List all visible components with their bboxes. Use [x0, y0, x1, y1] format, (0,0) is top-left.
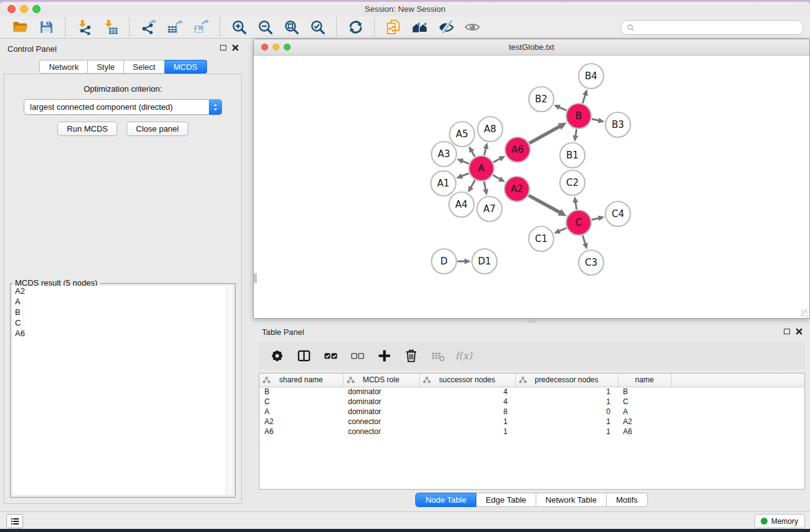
column-header-name[interactable]: name — [618, 374, 671, 387]
close-view-button[interactable] — [261, 44, 268, 51]
scrollbar-track[interactable] — [226, 286, 233, 495]
first-neighbors-icon[interactable] — [410, 19, 429, 36]
zoom-out-icon[interactable] — [256, 19, 274, 36]
graph-node-A6[interactable]: A6 — [505, 137, 530, 162]
graph-edge-B-B2[interactable] — [554, 105, 566, 110]
splitter-knob[interactable] — [254, 273, 257, 283]
graph-edge-B-B3[interactable] — [592, 118, 605, 123]
graph-node-A7[interactable]: A7 — [477, 196, 502, 221]
column-header-predecessor-nodes[interactable]: predecessor nodes — [515, 374, 618, 387]
graph-node-A1[interactable]: A1 — [431, 171, 456, 196]
graph-node-C3[interactable]: C3 — [579, 250, 604, 275]
tab-network-table[interactable]: Network Table — [536, 493, 607, 507]
zoom-selected-icon[interactable] — [308, 19, 327, 36]
optimization-criterion-select[interactable]: largest connected component (directed) — [24, 99, 222, 115]
graph-edge-C-C2[interactable] — [572, 196, 578, 210]
close-panel-button[interactable]: Close panel — [127, 122, 188, 136]
zoom-fit-icon[interactable] — [282, 19, 301, 36]
graph-edge-A-A4[interactable] — [468, 180, 475, 193]
close-table-panel-icon[interactable] — [796, 328, 803, 335]
close-window-button[interactable] — [7, 5, 16, 13]
float-panel-icon[interactable] — [220, 45, 226, 51]
close-panel-icon[interactable] — [232, 44, 239, 51]
task-history-button[interactable] — [6, 514, 23, 528]
graph-node-C2[interactable]: C2 — [560, 170, 585, 195]
graph-node-A5[interactable]: A5 — [450, 122, 475, 147]
resize-grip-icon[interactable] — [801, 309, 809, 317]
refresh-icon[interactable] — [346, 19, 365, 36]
zoom-window-button[interactable] — [32, 5, 41, 13]
column-header-mcds-role[interactable]: MCDS role — [343, 374, 419, 387]
graph-edge-A-A5[interactable] — [469, 146, 475, 157]
show-all-columns-icon[interactable] — [320, 345, 341, 366]
mcds-result-list[interactable]: A2ABCA6 — [12, 286, 233, 495]
new-network-from-selection-icon[interactable] — [384, 19, 403, 36]
delete-table-icon[interactable] — [427, 345, 448, 366]
tab-node-table[interactable]: Node Table — [415, 493, 476, 507]
show-all-icon[interactable] — [463, 19, 481, 36]
graph-node-D1[interactable]: D1 — [472, 249, 497, 274]
column-header-successor-nodes[interactable]: successor nodes — [419, 374, 515, 387]
search-box[interactable] — [620, 20, 804, 35]
table-row[interactable]: A6connector11A6 — [259, 427, 804, 437]
export-network-icon[interactable] — [139, 19, 158, 36]
graph-edge-A-A6[interactable] — [493, 156, 505, 162]
column-header-shared-name[interactable]: shared name — [259, 374, 343, 387]
search-input[interactable] — [638, 21, 803, 34]
graph-edge-D-D1[interactable] — [458, 259, 471, 264]
graph-edge-B-B1[interactable] — [573, 129, 579, 142]
graph-node-A2[interactable]: A2 — [504, 177, 529, 201]
graph-edge-A-A1[interactable] — [456, 173, 469, 179]
graph-node-A8[interactable]: A8 — [478, 117, 503, 142]
minimize-view-button[interactable] — [272, 44, 279, 51]
tab-network[interactable]: Network — [39, 60, 88, 74]
graph-node-C4[interactable]: C4 — [605, 201, 630, 226]
graph-edge-B-B4[interactable] — [582, 89, 588, 103]
graph-node-B1[interactable]: B1 — [560, 143, 585, 168]
hide-selected-icon[interactable] — [436, 19, 455, 36]
tab-select[interactable]: Select — [124, 60, 165, 74]
graph-node-A3[interactable]: A3 — [432, 142, 456, 167]
graph-edge-C-C4[interactable] — [592, 216, 605, 221]
tab-edge-table[interactable]: Edge Table — [476, 493, 536, 507]
graph-edge-A-A7[interactable] — [483, 181, 488, 195]
zoom-in-icon[interactable] — [229, 19, 248, 36]
graph-edge-A6-B[interactable] — [529, 123, 567, 143]
graph-node-A[interactable]: A — [469, 156, 494, 181]
table-row[interactable]: Bdominator41B — [259, 387, 804, 397]
tab-mcds[interactable]: MCDS — [165, 60, 206, 74]
minimize-window-button[interactable] — [20, 5, 28, 13]
graph-node-C[interactable]: C — [566, 210, 591, 235]
table-row[interactable]: A2connector11A2 — [259, 417, 804, 427]
import-network-icon[interactable] — [75, 19, 94, 36]
tab-motifs[interactable]: Motifs — [607, 493, 648, 507]
open-session-icon[interactable] — [11, 19, 29, 36]
export-image-icon[interactable] — [191, 19, 210, 36]
export-table-icon[interactable] — [165, 19, 184, 36]
split-panel-icon[interactable] — [293, 345, 314, 366]
function-builder-icon[interactable]: f(x) — [454, 345, 475, 366]
tab-style[interactable]: Style — [88, 60, 124, 74]
graph-node-B4[interactable]: B4 — [579, 64, 604, 89]
create-column-icon[interactable] — [374, 345, 395, 366]
import-table-icon[interactable] — [101, 19, 120, 36]
graph-edge-A-A8[interactable] — [483, 142, 489, 155]
graph-edge-C-C3[interactable] — [582, 236, 588, 249]
graph-node-C1[interactable]: C1 — [529, 226, 554, 251]
graph-edge-C-C1[interactable] — [554, 228, 566, 234]
graph-node-A4[interactable]: A4 — [449, 192, 474, 217]
hide-all-columns-icon[interactable] — [347, 345, 368, 366]
graph-node-B[interactable]: B — [566, 104, 591, 128]
float-table-panel-icon[interactable] — [784, 329, 790, 334]
graph-edge-A-A3[interactable] — [457, 158, 469, 163]
zoom-view-button[interactable] — [284, 44, 291, 51]
table-settings-gear-icon[interactable] — [266, 345, 287, 366]
table-row[interactable]: Adominator80A — [259, 407, 804, 417]
run-mcds-button[interactable]: Run MCDS — [57, 122, 117, 136]
network-canvas[interactable]: B4B2BB3B1A5A8A3A6AA1A2A4A7C2CC4C1C3DD1 — [254, 56, 809, 318]
graph-node-B2[interactable]: B2 — [529, 87, 554, 112]
graph-edge-A2-C[interactable] — [529, 195, 567, 216]
delete-columns-icon[interactable] — [400, 345, 422, 366]
memory-button[interactable]: Memory — [755, 514, 805, 528]
table-row[interactable]: Cdominator41C — [259, 397, 804, 407]
